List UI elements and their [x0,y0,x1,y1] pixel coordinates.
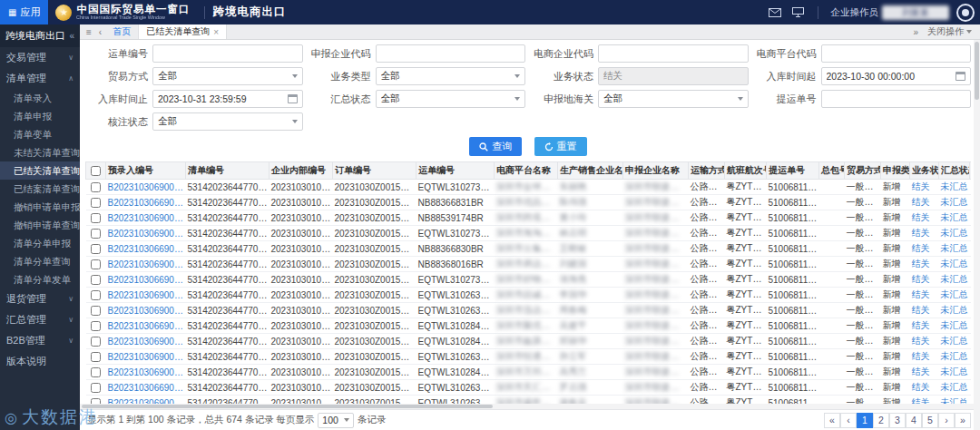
cell-pre[interactable]: B2023103069001523 [106,288,186,303]
pager-page-5[interactable]: 5 [922,413,938,428]
reset-button[interactable]: 重置 [534,137,587,156]
cell-pre[interactable]: B2023103069000227 [106,334,186,349]
sidebar-item-已结案清单查询[interactable]: 已结案清单查询 [0,180,80,198]
column-header-declarer[interactable]: 申报企业名称 [623,162,689,180]
cell-pre[interactable]: B2023103069000231 [106,210,186,226]
search-button[interactable]: 查询 [469,137,522,156]
row-checkbox[interactable] [91,367,101,377]
column-header-check[interactable]: 核注状态 [970,162,972,180]
field-input-电商企业代码[interactable] [598,44,749,63]
cell-pre[interactable]: B2023103066900443 [106,241,186,257]
pager-prev-button[interactable]: ‹ [840,413,857,428]
column-header-trade[interactable]: 贸易方式 [845,162,881,180]
horizontal-scrollbar[interactable] [80,404,974,409]
tab-close-icon[interactable]: × [213,27,219,37]
sidebar-item-清单分单发单[interactable]: 清单分单发单 [0,270,80,288]
column-header-biz[interactable]: 业务状态 [910,162,939,180]
sidebar-group-B2B管理[interactable]: B2B管理∨ [0,330,80,351]
column-header-flight[interactable]: 航班航次号 [725,162,767,180]
column-header-dtype[interactable]: 申报类型 [881,162,910,180]
column-header-sum[interactable]: 汇总状态 [939,162,970,180]
column-header-listno[interactable]: 清单编号 [186,162,270,180]
page-size-select[interactable]: 100 [318,413,354,428]
tab-scroll-right-icon[interactable]: » [909,27,922,37]
row-checkbox[interactable] [91,383,101,393]
sidebar-item-撤销申请单查询[interactable]: 撤销申请单查询 [0,216,80,234]
row-checkbox[interactable] [91,321,101,331]
row-checkbox[interactable] [91,182,101,192]
column-header-internal[interactable]: 企业内部编号 [270,162,333,180]
row-checkbox[interactable] [91,259,101,269]
calendar-icon[interactable] [288,94,298,103]
sidebar-item-清单变单[interactable]: 清单变单 [0,125,80,143]
tab-已结关清单查询[interactable]: 已结关清单查询× [139,24,227,39]
sidebar-group-版本说明[interactable]: 版本说明 [0,351,80,372]
column-header-order[interactable]: 订单编号 [333,162,416,180]
column-header-platform[interactable]: 电商平台名称 [495,162,558,180]
mail-icon[interactable] [766,5,784,20]
column-header-pre[interactable]: 预录入编号 [106,162,186,180]
field-select-贸易方式[interactable]: 全部 [152,67,303,85]
pager-last-button[interactable]: » [955,413,971,428]
pager-next-button[interactable]: › [938,413,955,428]
sidebar-item-未结关清单查询[interactable]: 未结关清单查询 [0,143,80,161]
sidebar-group-清单管理[interactable]: 清单管理∧ [0,68,80,89]
column-header-bl[interactable]: 提运单号 [767,162,819,180]
tab-scroll-left-icon[interactable]: ‹ [95,27,105,37]
field-select-业务类型[interactable]: 全部 [376,67,526,85]
username-redacted[interactable]: 刘某某 [882,5,949,20]
row-checkbox[interactable] [91,275,101,285]
sidebar-group-汇总管理[interactable]: 汇总管理∨ [0,309,80,330]
field-select-汇总状态[interactable]: 全部 [376,90,526,108]
pager-page-3[interactable]: 3 [889,413,906,428]
monitor-icon[interactable] [789,5,808,20]
sidebar-group-交易管理[interactable]: 交易管理∨ [0,47,80,68]
column-header-pack[interactable]: 总包号 [819,162,845,180]
cell-pre[interactable]: B2023103069001522 [106,303,186,318]
cell-pre[interactable]: B2023103069000226 [106,365,186,380]
pager-page-2[interactable]: 2 [873,413,889,428]
field-input-申报企业代码[interactable] [376,44,526,63]
sidebar-item-清单分单查询[interactable]: 清单分单查询 [0,252,80,270]
cell-pre[interactable]: B2023103069001525 [106,226,186,241]
column-header-waybill[interactable]: 运单编号 [416,162,495,180]
vertical-scrollbar[interactable] [974,40,980,430]
calendar-icon[interactable] [956,72,965,81]
sidebar-item-清单录入[interactable]: 清单录入 [0,89,80,107]
cell-pre[interactable]: B2023103069001524 [106,257,186,272]
field-select-申报地海关[interactable]: 全部 [598,90,749,108]
sidebar-collapse-icon[interactable]: « [69,31,74,41]
field-input-提运单号[interactable] [821,90,972,108]
pager-page-1[interactable]: 1 [857,413,873,428]
apps-menu-button[interactable]: ▦ 应用 [0,0,48,24]
tab-menu-icon[interactable]: ≡ [83,27,95,37]
pager-first-button[interactable]: « [824,413,840,428]
sidebar-group-退货管理[interactable]: 退货管理∨ [0,288,80,309]
row-checkbox[interactable] [91,352,101,362]
column-header-select[interactable] [86,162,106,180]
row-checkbox[interactable] [91,198,101,208]
close-operations-menu[interactable]: 关闭操作 [922,25,977,38]
cell-pre[interactable]: B2023103066900441 [106,195,186,210]
cell-pre[interactable]: B2023103069001521 [106,349,186,365]
row-checkbox[interactable] [91,229,101,239]
session-status-icon[interactable] [956,4,975,22]
row-checkbox[interactable] [91,244,101,254]
sidebar-item-撤销申请单申报[interactable]: 撤销申请单申报 [0,198,80,216]
column-header-transport[interactable]: 运输方式 [689,162,725,180]
field-select-核注状态[interactable]: 全部 [152,112,303,131]
field-input-电商平台代码[interactable] [821,44,972,63]
field-input-运单编号[interactable] [152,44,303,63]
row-checkbox[interactable] [91,213,101,223]
sidebar-item-清单申报[interactable]: 清单申报 [0,107,80,125]
cell-pre[interactable]: B2023103066900444 [106,272,186,288]
cell-pre[interactable]: B2023103069001528 [106,180,186,195]
select-all-checkbox[interactable] [91,166,101,176]
sidebar-item-已结关清单查询[interactable]: 已结关清单查询 [0,161,80,180]
pager-page-4[interactable]: 4 [906,413,922,428]
row-checkbox[interactable] [91,306,101,316]
tab-首页[interactable]: 首页 [105,24,139,39]
cell-pre[interactable]: B2023103066900446 [106,380,186,396]
column-header-producer[interactable]: 生产销售企业名称 [558,162,623,180]
field-date-入库时间起[interactable]: 2023-10-30 00:00:00 [821,67,972,85]
